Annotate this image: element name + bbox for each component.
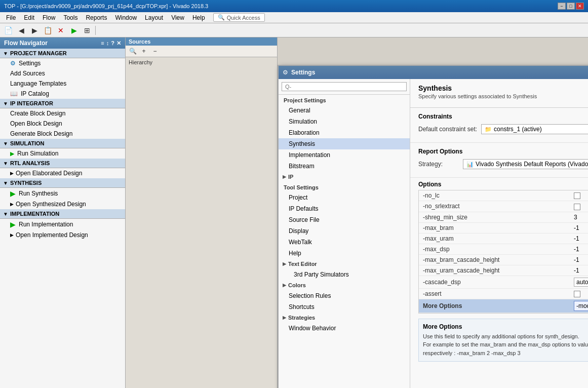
- menu-tools[interactable]: Tools: [59, 13, 82, 22]
- nav-section-header-ip-integrator[interactable]: ▼ IP INTEGRATOR: [0, 99, 125, 108]
- delete-button[interactable]: ✕: [55, 25, 67, 36]
- maximize-button[interactable]: □: [567, 3, 575, 10]
- menu-layout[interactable]: Layout: [141, 13, 167, 22]
- nav-item-open-implemented[interactable]: ▶ Open Implemented Design: [0, 230, 125, 240]
- nav-item-language-templates[interactable]: Language Templates: [0, 79, 125, 89]
- nav-section-header-simulation[interactable]: ▼ SIMULATION: [0, 139, 125, 148]
- menu-file[interactable]: File: [2, 13, 20, 22]
- option-value-cell[interactable]: auto▼: [570, 276, 588, 288]
- nav-item-source-file[interactable]: Source File: [279, 214, 410, 225]
- nav-item-display[interactable]: Display: [279, 225, 410, 237]
- menu-help[interactable]: Help: [188, 13, 209, 22]
- menu-flow[interactable]: Flow: [38, 13, 59, 22]
- nav-item-create-block-design[interactable]: Create Block Design: [0, 108, 125, 119]
- options-table-row[interactable]: -assert: [419, 288, 588, 299]
- options-table-row[interactable]: -max_bram-1: [419, 222, 588, 233]
- option-value-cell[interactable]: -1: [570, 254, 588, 265]
- nav-item-ip-defaults[interactable]: IP Defaults: [279, 203, 410, 214]
- nav-item-open-synthesized[interactable]: ▶ Open Synthesized Design: [0, 199, 125, 209]
- nav-item-run-simulation[interactable]: ▶ Run Simulation: [0, 148, 125, 159]
- forward-button[interactable]: ▶: [28, 25, 41, 36]
- nav-group-header-colors[interactable]: ▶ Colors: [279, 280, 410, 290]
- options-table-row[interactable]: -max_uram_cascade_height-1: [419, 265, 588, 276]
- nav-group-header-strategies[interactable]: ▶ Strategies: [279, 313, 410, 323]
- nav-item-help[interactable]: Help: [279, 248, 410, 259]
- new-button[interactable]: 📄: [2, 25, 14, 36]
- option-value-cell[interactable]: [570, 288, 588, 299]
- nav-group-header-text-editor[interactable]: ▶ Text Editor: [279, 259, 410, 269]
- nav-section-header-synthesis[interactable]: ▼ SYNTHESIS: [0, 178, 125, 188]
- option-text-input[interactable]: [574, 301, 588, 311]
- nav-section-header-implementation[interactable]: ▼ IMPLEMENTATION: [0, 209, 125, 219]
- option-value-cell[interactable]: -1: [570, 222, 588, 233]
- nav-ctrl-close[interactable]: ✕: [116, 40, 121, 47]
- nav-item-simulation[interactable]: Simulation: [279, 116, 410, 127]
- option-value-cell[interactable]: [570, 190, 588, 201]
- option-value-cell[interactable]: -1: [570, 233, 588, 244]
- options-table-row[interactable]: -shreg_min_size3: [419, 212, 588, 222]
- run-button[interactable]: ▶: [68, 25, 80, 36]
- minimize-button[interactable]: −: [558, 3, 566, 10]
- options-table-row[interactable]: -max_uram-1: [419, 233, 588, 244]
- nav-section-header-project-manager[interactable]: ▼ PROJECT MANAGER: [0, 49, 125, 58]
- options-table-row[interactable]: -no_srlextract: [419, 201, 588, 212]
- option-value-cell[interactable]: [570, 201, 588, 212]
- options-table-row[interactable]: -max_bram_cascade_height-1: [419, 254, 588, 265]
- nav-group-header-ip[interactable]: ▶ IP: [279, 172, 410, 182]
- quick-access-bar[interactable]: 🔍 Quick Access: [213, 13, 265, 22]
- nav-ctrl-menu[interactable]: ≡: [101, 40, 104, 47]
- nav-item-selection-rules[interactable]: Selection Rules: [279, 290, 410, 301]
- nav-item-window-behavior[interactable]: Window Behavior: [279, 323, 410, 334]
- option-value-cell[interactable]: -1: [570, 244, 588, 254]
- option-value-cell[interactable]: [570, 299, 588, 313]
- nav-item-project[interactable]: Project: [279, 192, 410, 203]
- menu-reports[interactable]: Reports: [82, 13, 111, 22]
- nav-item-implementation[interactable]: Implementation: [279, 149, 410, 161]
- option-checkbox[interactable]: [574, 291, 580, 297]
- option-value-cell[interactable]: -1: [570, 265, 588, 276]
- nav-ctrl-help[interactable]: ?: [111, 40, 114, 47]
- panel-search-btn[interactable]: 🔍: [128, 47, 138, 56]
- close-button[interactable]: ✕: [576, 3, 584, 10]
- nav-item-generate-block-label: Generate Block Design: [10, 130, 72, 137]
- menu-view[interactable]: View: [167, 13, 188, 22]
- menu-edit[interactable]: Edit: [20, 13, 38, 22]
- options-table-container[interactable]: -no_lc-no_srlextract-shreg_min_size3-max…: [418, 190, 588, 314]
- grid-button[interactable]: ⊞: [81, 25, 93, 36]
- constraint-set-select[interactable]: 📁 constrs_1 (active) ▼: [481, 124, 588, 134]
- option-checkbox[interactable]: [574, 192, 580, 199]
- nav-item-run-synthesis[interactable]: ▶ Run Synthesis: [0, 188, 125, 199]
- nav-item-open-block-design[interactable]: Open Block Design: [0, 119, 125, 129]
- nav-item-open-elaborated-label: Open Elaborated Design: [16, 170, 82, 177]
- options-table-row[interactable]: -no_lc: [419, 190, 588, 201]
- options-table-row[interactable]: -cascade_dspauto▼: [419, 276, 588, 288]
- nav-item-3rd-party[interactable]: 3rd Party Simulators: [279, 269, 410, 280]
- nav-item-ip-catalog[interactable]: 📖 IP Catalog: [0, 89, 125, 99]
- back-button[interactable]: ◀: [15, 25, 27, 36]
- nav-item-shortcuts[interactable]: Shortcuts: [279, 301, 410, 313]
- settings-search-input[interactable]: [282, 82, 407, 91]
- options-table-row[interactable]: More Options: [419, 299, 588, 313]
- nav-item-run-implementation[interactable]: ▶ Run Implementation: [0, 219, 125, 230]
- menu-window[interactable]: Window: [111, 13, 141, 22]
- nav-item-webtalk[interactable]: WebTalk: [279, 237, 410, 248]
- nav-item-settings[interactable]: ⚙ Settings: [0, 58, 125, 68]
- sources-tab[interactable]: Hierarchy: [126, 57, 277, 67]
- option-dropdown[interactable]: auto▼: [574, 278, 588, 287]
- option-checkbox[interactable]: [574, 204, 580, 210]
- panel-collapse-btn[interactable]: −: [150, 47, 160, 56]
- nav-item-general[interactable]: General: [279, 105, 410, 116]
- copy-button[interactable]: 📋: [42, 25, 54, 36]
- nav-item-bitstream[interactable]: Bitstream: [279, 161, 410, 172]
- nav-item-synthesis[interactable]: Synthesis: [279, 138, 410, 149]
- nav-item-add-sources[interactable]: Add Sources: [0, 68, 125, 79]
- nav-item-elaboration[interactable]: Elaboration: [279, 127, 410, 138]
- nav-item-open-elaborated[interactable]: ▶ Open Elaborated Design: [0, 168, 125, 178]
- panel-expand-btn[interactable]: +: [139, 47, 149, 56]
- nav-section-header-rtl[interactable]: ▼ RTL ANALYSIS: [0, 159, 125, 168]
- options-table-row[interactable]: -max_dsp-1: [419, 244, 588, 254]
- nav-item-generate-block-design[interactable]: Generate Block Design: [0, 129, 125, 139]
- strategy-select[interactable]: 📊 Vivado Synthesis Default Reports (Viva…: [463, 159, 588, 169]
- option-value-cell[interactable]: 3: [570, 212, 588, 222]
- nav-ctrl-resize[interactable]: ↕: [106, 40, 109, 47]
